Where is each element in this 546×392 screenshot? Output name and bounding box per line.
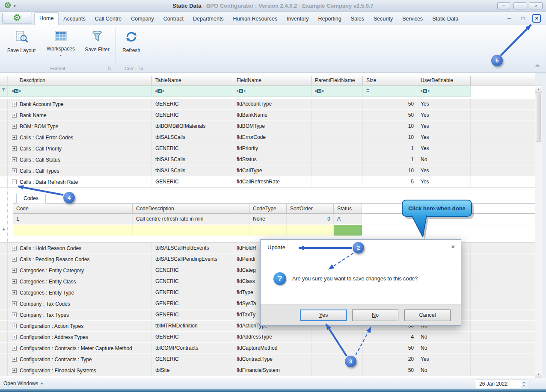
minimize-button[interactable]: ─ [497,2,510,9]
expand-icon[interactable]: + [12,335,17,339]
scroll-up-button[interactable]: ▲ [535,86,542,93]
expand-icon[interactable]: + [12,368,17,373]
table-row[interactable]: −Calls : Data Refresh RateGENERICfldCall… [0,177,535,188]
column-header-parentfieldname[interactable]: ParentFieldName [312,76,363,85]
column-header-sortorder[interactable]: SortOrder [287,203,334,214]
filter-description[interactable]: aBc [8,85,152,97]
column-header-codetype[interactable]: CodeType [249,203,287,214]
ribbon-tab-human-resources[interactable]: Human Resources [228,13,282,25]
workspaces-button[interactable]: Workspaces ▾ [43,27,79,57]
filter-fieldname[interactable]: aBc [233,85,312,97]
ribbon-restore-button[interactable]: □ [519,14,527,23]
table-row[interactable]: +Configuration : Contracts : Meter Captu… [0,343,535,354]
tab-codes[interactable]: Codes [16,194,46,203]
ribbon-tab-static-data[interactable]: Static Data [427,13,463,25]
expand-icon[interactable]: + [12,290,17,295]
filter-size[interactable]: = [363,85,417,97]
group-format-launcher-icon[interactable] [108,65,112,71]
save-filter-button[interactable]: Save Filter [80,27,114,53]
yes-button[interactable]: Yes [300,309,347,321]
expand-icon[interactable]: + [12,324,17,328]
table-row[interactable]: +Bank Account TypeGENERICfldAccountType5… [0,99,535,110]
refresh-button[interactable]: Refresh [118,27,145,53]
date-spinner[interactable]: ▲ ▼ [521,380,527,388]
expand-icon[interactable]: + [12,279,17,284]
filter-parentfieldname[interactable]: aBc [312,85,363,97]
table-row[interactable]: +Configuration : Financial SystemstblSit… [0,365,535,376]
ribbon-tab-reporting[interactable]: Reporting [314,13,346,25]
sortorder-cell-new[interactable] [287,225,334,236]
dialog-close-icon[interactable]: × [451,243,455,250]
expand-icon[interactable]: + [12,102,17,106]
ribbon-close-button[interactable]: × [532,14,541,23]
expand-icon[interactable]: + [12,346,17,351]
codetype-cell[interactable]: None [249,214,287,224]
code-cell[interactable]: 1 [13,214,133,224]
expand-icon[interactable]: + [12,357,17,362]
expand-icon[interactable]: + [12,257,17,262]
column-header-code[interactable]: Code [13,203,133,214]
sortorder-cell[interactable]: 0 [287,214,334,224]
detail-new-row[interactable]: * [13,225,535,236]
status-cell-new[interactable] [334,225,362,236]
cancel-button[interactable]: Cancel [404,309,451,321]
detail-row[interactable]: 1 Call centre refresh rate in min None 0… [13,214,535,225]
table-row[interactable]: +BOM: BOM TypetblBOMBillOfMaterialsfldBO… [0,121,535,132]
no-button[interactable]: No [352,309,398,321]
expand-icon[interactable]: + [12,124,17,129]
group-current-launcher-icon[interactable] [139,65,143,71]
expand-icon[interactable]: + [12,157,17,162]
table-row[interactable]: +Calls : Call Error CodestblSALSCallsfld… [0,132,535,143]
ribbon-tab-security[interactable]: Security [369,13,398,25]
ribbon-tab-services[interactable]: Services [398,13,427,25]
table-row[interactable]: +Bank NameGENERICfldBankName50Yes [0,110,535,121]
codedescription-cell-new[interactable] [133,225,249,236]
table-row[interactable]: +Calls : Call PriorityGENERICfldPriority… [0,143,535,154]
expand-icon[interactable]: + [12,301,17,306]
ribbon-tab-home[interactable]: Home [34,12,59,25]
column-header-description[interactable]: Description [8,76,152,85]
save-layout-button[interactable]: Save Layout [3,27,39,53]
column-header-codedescription[interactable]: CodeDescription [133,203,249,214]
vertical-scrollbar[interactable]: ▲ ▼ [535,85,542,378]
date-picker[interactable]: 26 Jan 2022 ▲ ▼ [476,380,527,388]
table-row[interactable]: +Calls : Call TypestblSALSCallsfldCallTy… [0,165,535,177]
ribbon-tab-accounts[interactable]: Accounts [59,13,90,25]
column-header-userdefinable[interactable]: UserDefinable [417,76,471,85]
expand-icon[interactable]: + [12,246,17,251]
scrollbar-thumb[interactable] [536,94,541,141]
filter-tablename[interactable]: aBc [152,85,233,97]
application-button[interactable] [2,13,32,24]
spin-down-icon[interactable]: ▼ [521,384,527,388]
expand-icon[interactable]: + [12,146,17,151]
column-header-tablename[interactable]: TableName [152,76,233,85]
code-cell-new[interactable] [13,225,133,236]
collapse-ribbon-button[interactable] [535,63,540,69]
ribbon-tab-company[interactable]: Company [126,13,159,25]
ribbon-tab-contract[interactable]: Contract [159,13,188,25]
filter-userdefinable[interactable]: aBc [417,85,471,97]
quick-access-dropdown-icon[interactable]: ▾ [14,4,16,8]
close-button[interactable]: × [530,2,543,9]
column-header-fieldname[interactable]: FieldName [233,76,312,85]
expand-icon[interactable]: + [12,135,17,140]
ribbon-tab-sales[interactable]: Sales [346,13,369,25]
ribbon-tab-departments[interactable]: Departments [188,13,228,25]
table-row[interactable]: +Calls : Call StatustblSALSCallsfldStatu… [0,154,535,165]
open-windows-button[interactable]: Open Windows ▾ [3,380,43,386]
expand-icon[interactable]: + [12,113,17,118]
column-header-status[interactable]: Status [334,203,362,214]
expand-icon[interactable]: + [12,312,17,317]
maximize-button[interactable]: □ [513,2,526,9]
ribbon-tab-inventory[interactable]: Inventory [282,13,313,25]
status-cell[interactable]: A [334,214,362,224]
expand-icon[interactable]: + [12,268,17,273]
codedescription-cell[interactable]: Call centre refresh rate in min [133,214,249,224]
table-row[interactable]: +Configuration : Contracts : TypeGENERIC… [0,354,535,365]
expand-icon[interactable]: + [12,168,17,173]
ribbon-minimize-button[interactable]: ─ [505,14,513,23]
collapse-icon[interactable]: − [12,180,17,184]
column-header-size[interactable]: Size [363,76,417,85]
codetype-cell-new[interactable] [249,225,287,236]
scroll-down-button[interactable]: ▼ [535,371,542,377]
